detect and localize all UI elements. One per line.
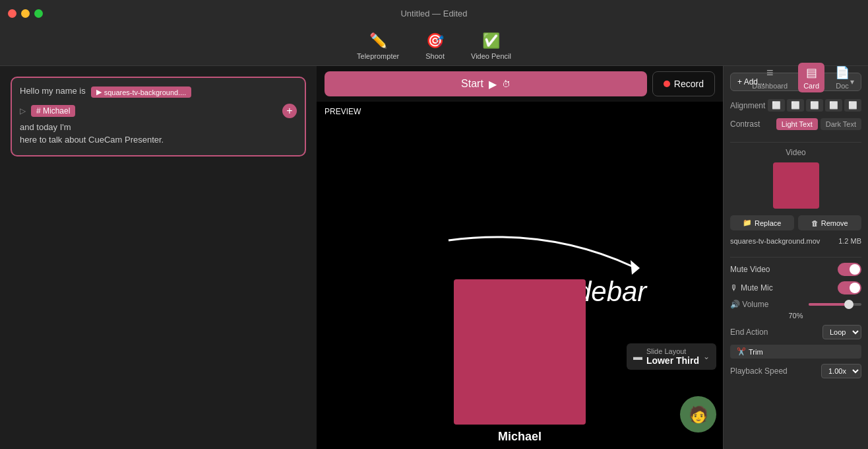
trim-button[interactable]: ✂️ Trim <box>730 345 861 359</box>
tab-card[interactable]: ▤ Card <box>798 63 824 92</box>
align-right-button[interactable]: ⬜ <box>806 99 823 112</box>
video-preview-swatch <box>454 279 586 425</box>
divider2 <box>730 257 861 258</box>
card-item: Hello my name is ▶ squares-tv-background… <box>11 77 306 156</box>
mic-icon: 🎙 <box>730 283 738 293</box>
minimize-button[interactable] <box>21 9 30 18</box>
alignment-row: Alignment ⬜ ⬜ ⬜ ⬜ ⬜ <box>730 99 861 112</box>
mute-video-label: Mute Video <box>730 265 770 274</box>
alignment-buttons: ⬜ ⬜ ⬜ ⬜ ⬜ <box>768 99 861 112</box>
video-badge-text: squares-tv-background.... <box>104 88 187 96</box>
tab-doc-label: Doc <box>836 82 849 90</box>
remove-label: Remove <box>821 219 848 227</box>
add-item-button[interactable]: + <box>282 104 297 118</box>
dashboard-icon: ≡ <box>766 66 774 80</box>
svg-marker-0 <box>631 260 640 275</box>
shoot-icon: 🎯 <box>426 32 444 50</box>
volume-slider-track <box>809 303 861 306</box>
presenter-name: Michael <box>498 425 542 449</box>
align-left-button[interactable]: ⬜ <box>768 99 785 112</box>
left-panel: Hello my name is ▶ squares-tv-background… <box>0 66 317 449</box>
slide-layout-bar: ▬ Slide Layout Lower Third ⌄ <box>627 343 716 370</box>
video-badge: ▶ squares-tv-background.... <box>91 86 192 98</box>
playback-speed-select[interactable]: 1.00x 0.75x 1.25x 1.5x 2.0x <box>821 364 861 378</box>
play-icon: ▶ <box>489 78 497 90</box>
slide-layout-name: Lower Third <box>646 355 699 366</box>
video-section-title: Video <box>730 148 861 157</box>
card-line3: and today I'm <box>20 122 297 132</box>
right-sidebar: + Add... ▾ Alignment ⬜ ⬜ ⬜ ⬜ ⬜ Contrast … <box>723 66 868 449</box>
playback-speed-row: Playback Speed 1.00x 0.75x 1.25x 1.5x 2.… <box>730 364 861 378</box>
playback-speed-label: Playback Speed <box>730 366 788 376</box>
file-name: squares-tv-background.mov <box>730 237 820 245</box>
end-action-row: End Action Loop Stop Next <box>730 325 861 339</box>
play-small-icon[interactable]: ▷ <box>20 106 26 116</box>
preview-label: PREVIEW <box>317 102 369 121</box>
card-line1: Hello my name is <box>20 86 86 96</box>
toolbar-shoot-label: Shoot <box>425 52 445 60</box>
volume-percentage: 70% <box>730 312 861 320</box>
light-text-button[interactable]: Light Text <box>776 118 818 130</box>
chevron-down-icon[interactable]: ⌄ <box>703 352 710 361</box>
tab-doc[interactable]: 📄 Doc <box>830 63 855 92</box>
teleprompter-icon: ✏️ <box>369 32 387 50</box>
doc-icon: 📄 <box>835 65 850 80</box>
toolbar-video-pencil[interactable]: ✅ Video Pencil <box>471 32 511 60</box>
toolbar-shoot[interactable]: 🎯 Shoot <box>425 32 445 60</box>
replace-icon: 📁 <box>743 219 752 227</box>
mute-mic-label: 🎙 Mute Mic <box>730 283 773 293</box>
align-fill-button[interactable]: ⬜ <box>825 99 842 112</box>
right-tab-group: ≡ Dashboard ▤ Card 📄 Doc <box>747 63 855 92</box>
dark-text-button[interactable]: Dark Text <box>821 118 861 130</box>
record-label: Record <box>674 79 704 89</box>
mute-mic-row: 🎙 Mute Mic <box>730 281 861 294</box>
toolbar: ✏️ Teleprompter 🎯 Shoot ✅ Video Pencil ≡… <box>0 26 868 66</box>
divider <box>730 142 861 143</box>
remove-button[interactable]: 🗑 Remove <box>798 215 862 230</box>
record-button[interactable]: Record <box>652 71 715 96</box>
volume-slider-fill <box>809 303 846 306</box>
video-icon: ▶ <box>96 88 102 96</box>
toolbar-video-pencil-label: Video Pencil <box>471 52 511 60</box>
alignment-label: Alignment <box>730 101 765 110</box>
toolbar-teleprompter[interactable]: ✏️ Teleprompter <box>357 32 399 60</box>
main-content: Hello my name is ▶ squares-tv-background… <box>0 66 868 449</box>
volume-label: 🔊 Volume <box>730 300 768 309</box>
video-swatch-container <box>730 162 861 209</box>
close-button[interactable] <box>8 9 16 18</box>
slide-layout-icon: ▬ <box>633 351 642 362</box>
end-action-label: End Action <box>730 328 768 337</box>
mute-video-toggle[interactable] <box>838 263 861 276</box>
record-dot <box>664 81 670 87</box>
volume-row: 🔊 Volume <box>730 300 861 309</box>
lower-third-area: Michael <box>454 279 586 449</box>
card-line4: here to talk about CueCam Presenter. <box>20 135 297 145</box>
card-heading-row: ▷ # Michael + <box>20 104 297 118</box>
video-swatch <box>773 162 819 209</box>
maximize-button[interactable] <box>34 9 43 18</box>
file-size: 1.2 MB <box>838 237 861 245</box>
replace-label: Replace <box>755 219 781 227</box>
align-stretch-button[interactable]: ⬜ <box>844 99 861 112</box>
action-buttons: 📁 Replace 🗑 Remove <box>730 215 861 230</box>
tab-dashboard-label: Dashboard <box>752 82 788 90</box>
timer-icon: ⏱ <box>502 79 511 89</box>
volume-slider-thumb[interactable] <box>844 300 853 309</box>
align-center-button[interactable]: ⬜ <box>787 99 804 112</box>
start-bar: Start ▶ ⏱ Record <box>317 66 723 102</box>
preview-area: PREVIEW Card sidebar ▬ Slide Layout Lowe… <box>317 102 723 449</box>
end-action-select[interactable]: Loop Stop Next <box>822 325 861 339</box>
mute-mic-toggle[interactable] <box>838 281 861 294</box>
tab-dashboard[interactable]: ≡ Dashboard <box>747 63 793 92</box>
start-button[interactable]: Start ▶ ⏱ <box>325 71 647 96</box>
card-item-header: Hello my name is ▶ squares-tv-background… <box>20 86 297 98</box>
volume-icon: 🔊 <box>730 300 740 309</box>
toolbar-teleprompter-label: Teleprompter <box>357 52 399 60</box>
replace-button[interactable]: 📁 Replace <box>730 215 794 230</box>
card-icon: ▤ <box>806 65 817 80</box>
heading-badge: # Michael <box>31 105 75 117</box>
start-label: Start <box>461 78 483 90</box>
contrast-label: Contrast <box>730 120 760 129</box>
trim-icon: ✂️ <box>737 347 746 356</box>
contrast-row: Contrast Light Text Dark Text <box>730 118 861 130</box>
